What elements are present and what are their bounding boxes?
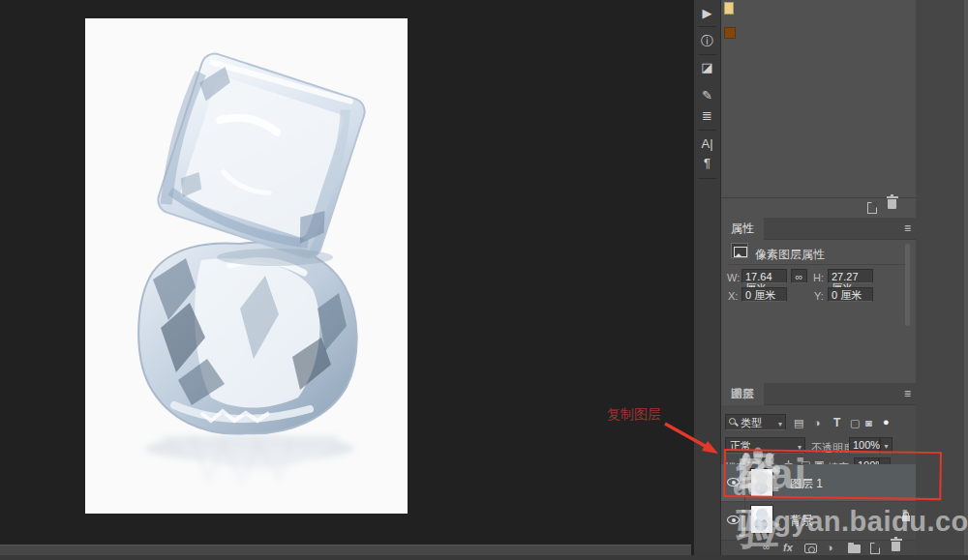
layer-name[interactable]: 背景 [790,513,813,529]
h-label: H: [813,272,824,283]
photoshop-window: ▶ ⓘ ◪ ✎ ≣ A| ¶ 调整 属性 ≡ 像素图层属性 W: 17.64 [0,0,968,560]
filter-smart-objects-icon[interactable]: ◙ [865,417,872,428]
dock-divider [698,54,716,55]
horizontal-scrollbar[interactable] [0,545,691,555]
ice-cubes-image [85,18,408,514]
new-layer-icon[interactable] [870,543,880,554]
delete-swatch-button[interactable] [888,199,896,209]
x-input[interactable]: 0 厘米 [741,287,787,302]
tab-properties[interactable]: 属性 [721,218,764,240]
layer-style-fx-icon[interactable]: fx [783,543,793,552]
y-input[interactable]: 0 厘米 [828,287,873,302]
panels-column: 调整 属性 ≡ 像素图层属性 W: 17.64 厘米 ∞ H: 27.27 厘米… [721,0,916,555]
properties-scrollbar[interactable] [905,244,910,326]
layer-thumbnail[interactable] [751,506,772,533]
filter-pixel-layers-icon[interactable]: ▤ [794,417,803,429]
document-ice-cubes[interactable] [85,18,408,514]
clone-source-panel-icon[interactable]: ◪ [694,56,720,79]
new-group-icon[interactable] [848,545,861,553]
color-swatch[interactable] [724,2,734,15]
window-gutter [916,0,968,555]
properties-header-title: 像素图层属性 [755,247,825,263]
h-input[interactable]: 27.27 厘米 [828,269,873,283]
filter-adjustment-layers-icon[interactable]: ◑ [814,417,821,428]
canvas-area[interactable] [0,0,693,545]
layer-name[interactable]: 图层 1 [790,476,823,492]
tab-channels[interactable]: 通道 [721,383,764,405]
info-panel-icon[interactable]: ⓘ [694,30,720,53]
kind-label: 类型 [741,417,762,428]
w-label: W: [727,272,740,283]
divider [729,264,908,265]
tool-presets-panel-icon[interactable]: ≣ [694,104,720,128]
color-swatch[interactable] [724,27,736,39]
link-dimensions-icon[interactable]: ∞ [791,269,807,283]
window-edge [964,0,968,555]
opacity-input[interactable]: 100% [849,437,880,454]
divider [744,464,745,501]
panel-dock: ▶ ⓘ ◪ ✎ ≣ A| ¶ [693,0,721,555]
new-swatch-button[interactable] [867,202,877,214]
layer-thumbnail[interactable] [751,469,772,496]
layer-row-background[interactable]: 背景 [721,502,916,539]
filter-shape-layers-icon[interactable]: ▢ [850,417,860,429]
dock-divider [698,130,716,131]
layer-visibility-eye-icon[interactable] [727,478,740,486]
blend-mode-dropdown[interactable]: 正常 ▾ [725,437,805,454]
chevron-down-icon: ▾ [798,442,802,454]
dock-divider [698,26,716,27]
properties-tabbar: 调整 属性 [721,218,916,240]
chevron-down-icon: ▾ [778,419,782,430]
pixel-layer-icon [731,243,748,258]
divider [744,502,745,539]
x-label: X: [728,290,738,302]
add-layer-mask-icon[interactable] [804,544,817,553]
background-lock-icon [902,516,910,521]
blend-mode-value: 正常 [730,440,751,452]
layer-visibility-eye-icon[interactable] [727,516,740,524]
paragraph-panel-icon[interactable]: ¶ [694,152,720,175]
actions-panel-icon[interactable]: ▶ [694,2,720,25]
filter-toggle-icon[interactable]: ● [883,416,890,427]
swatches-panel [721,0,916,218]
layers-footer [721,540,916,555]
dock-divider [698,178,716,179]
w-input[interactable]: 17.64 厘米 [741,269,787,283]
search-icon [729,418,736,425]
delete-layer-icon[interactable] [892,542,900,551]
layers-panel-menu-icon[interactable]: ≡ [904,387,911,400]
properties-panel-menu-icon[interactable]: ≡ [904,221,911,235]
layer-filter-kind-dropdown[interactable]: 类型 ▾ [725,414,786,430]
filter-type-layers-icon[interactable]: T [833,416,840,429]
layers-tabbar: 图层 路径 通道 [721,383,916,405]
opacity-dropdown-button[interactable]: ▾ [880,437,892,454]
link-layers-icon[interactable]: ∞ [763,543,770,552]
layer-row-layer-1[interactable]: 图层 1 [721,464,916,501]
window-bottom-edge [0,555,968,560]
adjustment-layer-icon[interactable]: ◑ [827,543,833,552]
y-label: Y: [814,290,824,302]
